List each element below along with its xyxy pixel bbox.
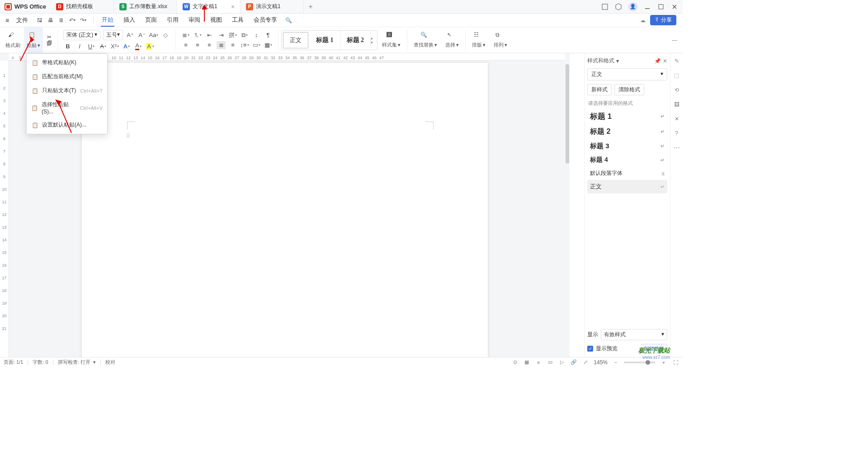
style-body[interactable]: 正文 (283, 32, 308, 48)
zoom-slider[interactable] (624, 362, 656, 363)
numbering-icon[interactable]: ⒈▾ (193, 31, 202, 39)
cut-icon[interactable]: ✂ (47, 34, 52, 40)
superscript-icon[interactable]: X²▾ (110, 42, 119, 50)
new-style-button[interactable]: 新样式 (587, 84, 612, 95)
close-window-icon[interactable] (671, 3, 678, 10)
tools-icon[interactable]: ✕ (673, 115, 681, 123)
borders-icon[interactable]: ▦▾ (264, 41, 273, 49)
paragraph-handle-icon[interactable]: ⠿ (126, 133, 131, 139)
pin-icon[interactable]: 📌 (654, 58, 661, 64)
collapse-ribbon-icon[interactable]: — (672, 37, 680, 43)
font-color-icon[interactable]: A▾ (134, 42, 143, 50)
increase-indent-icon[interactable]: ⇥ (217, 31, 226, 39)
fullscreen-icon[interactable]: ⛶ (672, 359, 679, 366)
tab-home[interactable]: 开始 (101, 14, 114, 27)
page[interactable]: ⠿ (81, 62, 488, 357)
distribute-icon[interactable]: ≡ (228, 41, 237, 49)
style-item-default-font[interactable]: 默认段落字体a (587, 167, 667, 180)
avatar-icon[interactable]: 👤 (628, 2, 637, 11)
style-item-body[interactable]: 正文↵ (587, 180, 667, 193)
tab-templates[interactable]: D 找稻壳模板 (51, 0, 114, 13)
style-item-h4[interactable]: 标题 4↵ (587, 153, 667, 167)
strike-icon[interactable]: A▾ (99, 42, 108, 50)
spell-check-toggle[interactable]: 拼写检查: 打开 ▾ (58, 359, 96, 366)
underline-icon[interactable]: U▾ (87, 42, 96, 50)
style-item-h3[interactable]: 标题 3↵ (587, 139, 667, 153)
align-right-icon[interactable]: ≡ (205, 41, 214, 49)
select-button[interactable]: ↖ 选择 ▾ (442, 31, 462, 49)
close-icon[interactable]: ✕ (663, 58, 667, 64)
view-web-icon[interactable]: ▭ (547, 359, 554, 366)
tab-presentation[interactable]: P 演示文稿1 (241, 0, 304, 13)
paste-match-format[interactable]: 📋匹配当前格式(M) (27, 70, 107, 84)
font-name-combo[interactable]: 宋体 (正文)▾ (63, 30, 100, 40)
styleset-button[interactable]: 🅰 样式集 ▾ (378, 31, 404, 49)
redo-icon[interactable]: ↷▾ (80, 17, 87, 24)
help-icon[interactable]: ? (673, 129, 681, 137)
gallery-more-icon[interactable]: ▴▾ (371, 31, 377, 50)
focus-mode-icon[interactable]: ⊙ (511, 359, 519, 366)
selection-icon[interactable]: ⬚ (673, 71, 681, 80)
clear-format-button[interactable]: 清除格式 (614, 84, 644, 95)
italic-icon[interactable]: I (75, 42, 84, 50)
paste-default[interactable]: 📋设置默认粘贴(A)... (27, 118, 107, 132)
tab-tools[interactable]: 工具 (231, 14, 245, 27)
settings-icon[interactable]: ⟲ (673, 86, 681, 94)
save-icon[interactable]: 🖫 (36, 17, 43, 24)
vertical-ruler[interactable]: 123456789101112131415161718192021 (0, 61, 9, 357)
current-style-combo[interactable]: 正文▾ (587, 68, 667, 80)
cloud-icon[interactable]: ☁ (640, 17, 646, 24)
word-count[interactable]: 字数: 0 (33, 359, 48, 366)
pencil-icon[interactable]: ✎ (673, 57, 681, 65)
tab-review[interactable]: 审阅 (188, 14, 201, 27)
line-spacing-icon[interactable]: ↕≡▾ (240, 41, 249, 49)
sort-icon[interactable]: ↕ (252, 31, 261, 39)
style-item-h1[interactable]: 标题 1↵ (587, 108, 667, 124)
find-replace-button[interactable]: 🔍 查找替换 ▾ (410, 31, 441, 49)
format-painter-group[interactable]: 🖌 格式刷 (3, 27, 23, 53)
file-menu[interactable]: 文件 (13, 16, 32, 24)
style-gallery[interactable]: 正文 标题 1 标题 2 ▴▾ (281, 30, 377, 50)
shading-icon[interactable]: ▭▾ (252, 41, 261, 49)
maximize-icon[interactable] (657, 3, 665, 10)
zoom-fit-icon[interactable]: ⤢ (582, 359, 589, 366)
show-marks-icon[interactable]: ¶ (264, 31, 273, 39)
tab-insert[interactable]: 插入 (123, 14, 136, 27)
share-button[interactable]: ⇪ 分享 (650, 15, 676, 25)
preview-icon[interactable]: 🗎 (58, 17, 65, 24)
link-icon[interactable]: 🔗 (570, 359, 577, 366)
tab-view[interactable]: 视图 (209, 14, 223, 27)
paste-keep-format[interactable]: 📋带格式粘贴(K) (27, 56, 107, 70)
minimize-icon[interactable] (644, 3, 651, 10)
search-icon[interactable]: 🔍 (285, 17, 292, 24)
change-case-icon[interactable]: Aa▾ (149, 31, 158, 39)
bullets-icon[interactable]: ≣▾ (181, 31, 190, 39)
align-justify-icon[interactable]: ≣ (217, 41, 226, 49)
phonetic-icon[interactable]: 拼▾ (228, 31, 237, 39)
tab-reference[interactable]: 引用 (166, 14, 179, 27)
close-icon[interactable]: × (231, 3, 235, 10)
text-effect-icon[interactable]: A▾ (122, 42, 131, 50)
preview-checkbox[interactable]: ✓ (587, 346, 593, 352)
copy-icon[interactable]: 🗐 (47, 40, 52, 47)
tab-member[interactable]: 会员专享 (253, 14, 278, 27)
show-filter-combo[interactable]: 有效样式▾ (601, 329, 667, 340)
font-size-combo[interactable]: 五号▾ (103, 30, 123, 40)
zoom-out-icon[interactable]: − (612, 359, 619, 366)
zoom-in-icon[interactable]: + (660, 359, 667, 366)
paste-text-only[interactable]: 📋只粘贴文本(T)Ctrl+Alt+T (27, 84, 107, 98)
style-h2[interactable]: 标题 2 (340, 31, 371, 50)
tab-writer[interactable]: W 文字文稿1 × (177, 0, 241, 13)
undo-icon[interactable]: ↶▾ (69, 17, 76, 24)
vertical-scrollbar[interactable] (565, 61, 570, 357)
shrink-font-icon[interactable]: A⁻ (137, 31, 146, 39)
style-h1[interactable]: 标题 1 (310, 31, 340, 50)
align-center-icon[interactable]: ≡ (193, 41, 202, 49)
view-print-icon[interactable]: ▦ (523, 359, 530, 366)
paste-special[interactable]: 📋选择性粘贴(S)...Ctrl+Alt+V (27, 98, 107, 118)
box-icon[interactable] (601, 3, 609, 10)
highlight-icon[interactable]: A▾ (146, 42, 155, 50)
print-icon[interactable]: 🖶 (47, 17, 54, 24)
layout-button[interactable]: ☷ 排版 ▾ (468, 31, 489, 49)
tab-page[interactable]: 页面 (144, 14, 158, 27)
